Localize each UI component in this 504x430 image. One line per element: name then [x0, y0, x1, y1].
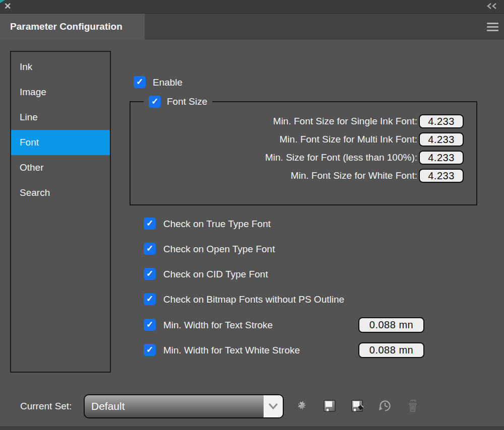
- delete-set-icon[interactable]: [405, 398, 420, 413]
- save-set-as-icon[interactable]: [350, 398, 365, 413]
- window-titlebar: ✕: [0, 0, 504, 14]
- sidebar-item-image[interactable]: Image: [11, 80, 110, 105]
- set-actions-toolbar: [294, 398, 420, 413]
- check-truetype-label: Check on True Type Font: [163, 219, 271, 230]
- history-icon[interactable]: [377, 398, 393, 413]
- sidebar-item-search[interactable]: Search: [11, 180, 110, 205]
- min-size-font-less-100-label: Min. Size for Font (less than 100%):: [151, 151, 417, 165]
- min-size-font-less-100-field[interactable]: 4.233: [419, 151, 464, 165]
- check-opentype-checkbox[interactable]: [144, 243, 156, 255]
- min-width-text-stroke-checkbox[interactable]: [144, 319, 156, 331]
- min-width-text-white-stroke-field[interactable]: 0.088 mn: [358, 342, 424, 358]
- font-size-legend: Font Size: [144, 95, 212, 109]
- parameter-configuration-panel: ✕ Parameter Configuration Ink Image Line…: [0, 0, 504, 430]
- enable-label: Enable: [153, 77, 182, 88]
- sidebar-item-line[interactable]: Line: [11, 105, 110, 130]
- min-font-size-single-ink-label: Min. Font Size for Single Ink Font:: [151, 114, 417, 128]
- enable-checkbox[interactable]: [134, 76, 146, 88]
- tab-parameter-configuration[interactable]: Parameter Configuration: [0, 14, 145, 40]
- min-width-text-white-stroke-checkbox[interactable]: [144, 344, 156, 356]
- sidebar-item-other[interactable]: Other: [11, 155, 110, 180]
- check-cidtype-checkbox[interactable]: [144, 268, 156, 280]
- min-font-size-white-label: Min. Font Size for White Font:: [151, 169, 417, 183]
- min-font-size-white-field[interactable]: 4.233: [419, 169, 464, 183]
- font-size-label: Font Size: [167, 96, 207, 107]
- current-set-label: Current Set:: [20, 401, 72, 412]
- min-font-size-multi-ink-field[interactable]: 4.233: [419, 132, 464, 147]
- close-icon[interactable]: ✕: [4, 1, 11, 12]
- min-width-text-white-stroke-label: Min. Width for Text White Stroke: [163, 345, 300, 356]
- min-width-text-stroke-label: Min. Width for Text Stroke: [163, 320, 273, 331]
- new-set-icon[interactable]: [294, 398, 309, 413]
- font-size-checkbox[interactable]: [149, 96, 161, 108]
- min-font-size-multi-ink-label: Min. Font Size for Multi Ink Font:: [151, 132, 417, 147]
- panel-menu-icon[interactable]: [487, 21, 498, 32]
- check-cidtype-label: Check on CID Type Font: [163, 269, 268, 280]
- current-set-dropdown[interactable]: Default: [84, 394, 284, 418]
- tab-title: Parameter Configuration: [10, 21, 122, 32]
- sidebar-item-ink[interactable]: Ink: [11, 54, 110, 80]
- category-list: Ink Image Line Font Other Search: [10, 51, 111, 373]
- current-set-value: Default: [85, 400, 264, 412]
- chevron-down-icon: [264, 395, 283, 417]
- save-set-icon[interactable]: [322, 398, 337, 413]
- check-opentype-label: Check on Open Type Font: [163, 244, 275, 255]
- collapse-panel-icon[interactable]: [486, 2, 498, 12]
- min-width-text-stroke-field[interactable]: 0.088 mn: [358, 317, 424, 333]
- check-bitmap-label: Check on Bitmap Fonts without PS Outline: [163, 294, 344, 305]
- check-bitmap-checkbox[interactable]: [144, 293, 156, 305]
- tab-strip: Parameter Configuration: [0, 14, 504, 40]
- sidebar-item-font[interactable]: Font: [11, 130, 110, 155]
- min-font-size-single-ink-field[interactable]: 4.233: [419, 114, 464, 128]
- panel-bottom-edge: [0, 426, 504, 430]
- check-truetype-checkbox[interactable]: [144, 218, 156, 230]
